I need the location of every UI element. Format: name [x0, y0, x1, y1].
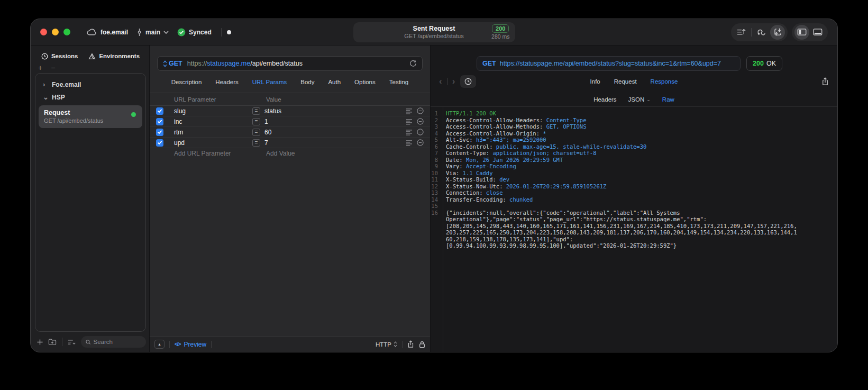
- tab-sessions[interactable]: Sessions: [41, 53, 78, 60]
- project-group[interactable]: foe.email: [86, 28, 128, 36]
- line-content: [441, 203, 837, 210]
- sidebar-search[interactable]: [81, 336, 146, 348]
- protocol-selector[interactable]: HTTP: [376, 341, 397, 348]
- resend-button[interactable]: [409, 60, 417, 67]
- sessions-tree: › Foe.email ⌄ HSP Request GET /api/embed…: [35, 73, 146, 332]
- export-response-button[interactable]: [821, 77, 829, 86]
- tab-request[interactable]: Request: [614, 78, 637, 85]
- tab-headers[interactable]: Headers: [215, 79, 238, 85]
- code-token: h3=":443"; ma=2592000: [473, 137, 546, 143]
- request-url-bar[interactable]: GET https://statuspage.me/api/embed/stat…: [157, 56, 423, 71]
- add-group-button[interactable]: +: [38, 65, 42, 71]
- param-name-field[interactable]: slug: [174, 107, 252, 115]
- toggle-bottom-panel-button[interactable]: [810, 25, 825, 40]
- tab-auth[interactable]: Auth: [328, 79, 341, 85]
- tab-description[interactable]: Description: [171, 79, 202, 85]
- panel-left-icon: [797, 28, 807, 36]
- code-token: chunked: [506, 196, 533, 203]
- expand-console-button[interactable]: ▲: [154, 340, 165, 349]
- line-number: 10: [431, 170, 441, 177]
- param-name-field[interactable]: upd: [174, 139, 252, 147]
- subtab-raw[interactable]: Raw: [662, 96, 674, 103]
- remove-param-icon[interactable]: [417, 107, 424, 114]
- footer-divider: [402, 341, 403, 348]
- toggle-sidebar-button[interactable]: [794, 25, 809, 40]
- tab-url-params[interactable]: URL Params: [252, 79, 287, 85]
- method-selector[interactable]: GET: [163, 60, 182, 67]
- lock-button[interactable]: [419, 341, 425, 348]
- sidebar-add-remove: + −: [35, 64, 146, 72]
- folder-plus-icon: [48, 338, 57, 346]
- tree-item-request[interactable]: Request GET /api/embed/status: [39, 105, 142, 128]
- remove-param-icon[interactable]: [417, 118, 424, 125]
- code-token: *: [540, 130, 546, 137]
- history-button[interactable]: [460, 75, 476, 88]
- tab-testing[interactable]: Testing: [389, 79, 408, 85]
- sent-request-summary[interactable]: Sent Request GET /api/embed/status 200 2…: [353, 22, 515, 42]
- new-folder-button[interactable]: [48, 338, 57, 346]
- import-export-button[interactable]: [770, 25, 785, 40]
- param-value-field[interactable]: 7: [264, 139, 268, 147]
- param-enabled-checkbox[interactable]: [156, 139, 163, 147]
- branch-selector[interactable]: main: [136, 28, 169, 37]
- param-name-field[interactable]: inc: [174, 118, 252, 125]
- equals-icon: =: [252, 129, 260, 136]
- close-button[interactable]: [40, 29, 47, 35]
- request-url-text[interactable]: https://statuspage.me/api/embed/status: [187, 60, 303, 67]
- remove-group-button[interactable]: −: [51, 65, 55, 71]
- sort-filter-button[interactable]: [68, 339, 76, 346]
- add-request-button[interactable]: [36, 339, 43, 346]
- row-options-icon[interactable]: [406, 119, 413, 125]
- param-enabled-checkbox[interactable]: [156, 107, 163, 115]
- response-body[interactable]: 1HTTP/1.1 200 OK2Access-Control-Allow-He…: [431, 107, 837, 352]
- remove-param-icon[interactable]: [417, 129, 424, 135]
- sort-requests-button[interactable]: [734, 25, 748, 40]
- search-input[interactable]: [93, 339, 141, 345]
- zoom-button[interactable]: [63, 29, 70, 35]
- response-line: 9Vary: Accept-Encoding: [431, 163, 837, 170]
- preview-button[interactable]: </> Preview: [175, 341, 206, 348]
- param-enabled-checkbox[interactable]: [156, 129, 163, 136]
- line-number: 14: [431, 196, 441, 203]
- row-options-icon[interactable]: [406, 140, 413, 146]
- param-name-field[interactable]: rtm: [174, 129, 252, 136]
- add-param-row: Add URL Parameter Add Value: [150, 148, 430, 159]
- line-number: 5: [431, 137, 441, 143]
- tab-body[interactable]: Body: [300, 79, 314, 85]
- tab-environments[interactable]: Environments: [88, 53, 140, 60]
- add-value-field[interactable]: Add Value: [252, 150, 398, 157]
- sync-status-group[interactable]: Synced: [177, 28, 212, 37]
- param-value-field[interactable]: 1: [264, 118, 268, 125]
- url-path: /api/embed/status: [250, 60, 303, 67]
- share-request-button[interactable]: [407, 340, 414, 348]
- minimize-button[interactable]: [52, 29, 59, 35]
- tab-info[interactable]: Info: [590, 78, 600, 85]
- chevron-down-icon: ⌄: [43, 95, 48, 100]
- subtab-headers[interactable]: Headers: [593, 96, 616, 103]
- param-enabled-checkbox[interactable]: [156, 118, 163, 125]
- tree-group-hsp[interactable]: ⌄ HSP: [39, 91, 142, 104]
- code-token: Access-Control-Allow-Origin:: [446, 130, 540, 137]
- code-token: Access-Control-Allow-Headers:: [446, 117, 543, 123]
- back-button[interactable]: ‹: [439, 76, 442, 87]
- line-content: Via: 1.1 Caddy: [441, 170, 837, 177]
- summary-status: 200 280 ms: [491, 24, 509, 40]
- tab-options[interactable]: Options: [354, 79, 376, 85]
- sent-url-display[interactable]: GET https://statuspage.me/api/embed/stat…: [477, 56, 741, 71]
- line-number: 4: [431, 130, 441, 137]
- param-value-field[interactable]: status: [264, 107, 281, 115]
- remove-param-icon[interactable]: [417, 139, 424, 146]
- param-value-field[interactable]: 60: [264, 129, 271, 136]
- api-flow-button[interactable]: [754, 25, 769, 40]
- forward-button[interactable]: ›: [452, 76, 455, 87]
- subtab-json[interactable]: JSON ⌄: [628, 96, 651, 103]
- search-icon: [86, 339, 90, 345]
- url-params-table: URL Parameter Value slug=status inc=1 rt…: [150, 93, 430, 159]
- line-number: 12: [431, 183, 441, 190]
- tab-response[interactable]: Response: [651, 78, 678, 85]
- row-options-icon[interactable]: [406, 129, 413, 135]
- sync-status-label: Synced: [189, 29, 212, 36]
- tree-group-foe-email[interactable]: › Foe.email: [39, 78, 142, 91]
- row-options-icon[interactable]: [406, 108, 413, 114]
- add-parameter-field[interactable]: Add URL Parameter: [174, 150, 252, 157]
